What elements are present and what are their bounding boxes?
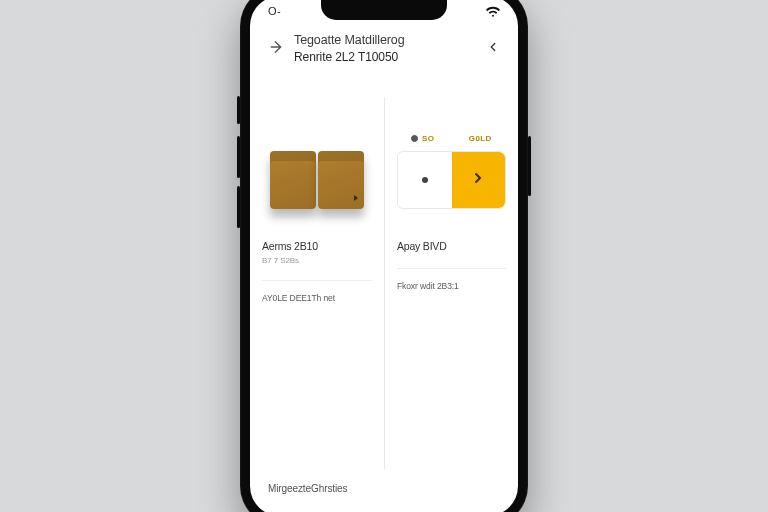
side-button-silence xyxy=(237,96,240,124)
right-info: Apay BIVD xyxy=(397,239,506,253)
chevron-right-icon xyxy=(470,170,486,191)
left-info-sub: B7 7 S2Bs xyxy=(262,256,372,267)
option-1-label: SO xyxy=(422,134,434,143)
radio-icon xyxy=(411,135,418,142)
page-header: Tegoatte Matdillerog Renrite 2L2 T10050 xyxy=(250,26,518,69)
page-title: Tegoatte Matdillerog xyxy=(294,32,476,48)
phone-frame: O- Tegoatte Matdillerog Renrite 2L2 T100… xyxy=(240,0,528,512)
side-button-volume-down xyxy=(237,186,240,228)
left-meta: AY0LE DEE1Th net xyxy=(262,293,372,303)
dot-icon xyxy=(422,177,428,183)
right-option-area: SO G0LD xyxy=(397,97,506,217)
page-subtitle: Renrite 2L2 T10050 xyxy=(294,50,476,65)
option-card[interactable] xyxy=(397,151,506,209)
wifi-icon xyxy=(486,4,500,18)
footer: MirgeezteGhrsties xyxy=(250,469,518,512)
left-info: Aerms 2B10 B7 7 S2Bs xyxy=(262,239,372,266)
option-card-left xyxy=(398,152,452,208)
divider xyxy=(262,280,372,281)
option-card-right xyxy=(452,152,506,208)
option-1[interactable]: SO xyxy=(397,134,449,143)
side-button-power xyxy=(528,136,531,196)
footer-label: MirgeezteGhrsties xyxy=(268,483,347,494)
right-info-title: Apay BIVD xyxy=(397,239,506,253)
status-left-text: O- xyxy=(268,5,281,17)
product-image-left[interactable] xyxy=(262,97,372,217)
column-right: SO G0LD xyxy=(384,97,518,469)
back-arrow-icon[interactable] xyxy=(268,39,284,59)
option-2[interactable]: G0LD xyxy=(455,134,507,143)
column-left: Aerms 2B10 B7 7 S2Bs AY0LE DEE1Th net xyxy=(250,97,384,469)
right-meta: Fkoxr wdit 2B3:1 xyxy=(397,281,506,291)
box-stack-icon xyxy=(270,151,364,209)
option-2-label: G0LD xyxy=(469,134,492,143)
divider xyxy=(397,268,506,269)
content: Aerms 2B10 B7 7 S2Bs AY0LE DEE1Th net SO… xyxy=(250,97,518,469)
header-chevron-icon[interactable] xyxy=(486,40,500,58)
screen: O- Tegoatte Matdillerog Renrite 2L2 T100… xyxy=(250,0,518,512)
header-titles: Tegoatte Matdillerog Renrite 2L2 T10050 xyxy=(294,32,476,65)
box-icon xyxy=(270,151,316,209)
box-icon xyxy=(318,151,364,209)
left-info-title: Aerms 2B10 xyxy=(262,239,372,253)
option-labels: SO G0LD xyxy=(397,134,506,143)
notch xyxy=(321,0,447,20)
side-button-volume-up xyxy=(237,136,240,178)
